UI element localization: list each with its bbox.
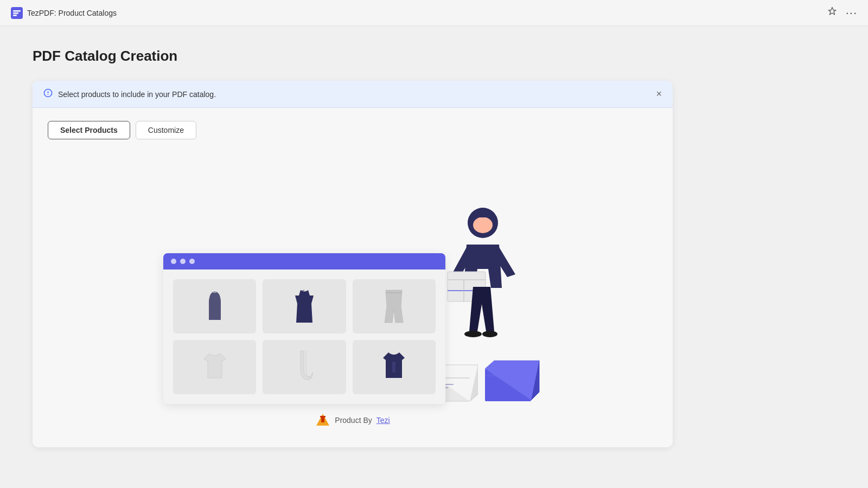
info-banner-text: Select products to include in your PDF c…	[58, 90, 216, 99]
footer-prefix-text: Product By	[335, 416, 372, 425]
browser-dot-1	[171, 259, 176, 264]
browser-bar	[163, 253, 445, 269]
info-icon	[43, 88, 53, 100]
info-banner: Select products to include in your PDF c…	[33, 81, 673, 108]
svg-point-16	[482, 331, 497, 337]
browser-mockup	[163, 253, 445, 404]
pin-icon[interactable]	[827, 7, 837, 19]
svg-rect-28	[320, 416, 326, 418]
product-grid	[173, 279, 436, 394]
footer-brand-link[interactable]: Tezi	[376, 416, 390, 425]
page-title: PDF Catalog Creation	[33, 48, 835, 65]
footer-brand: Product By Tezi	[48, 413, 658, 428]
character-illustration	[434, 201, 532, 371]
main-card: Select products to include in your PDF c…	[33, 81, 673, 447]
topbar-right: ···	[827, 6, 857, 20]
topbar-left: TezPDF: Product Catalogs	[11, 7, 117, 19]
product-cell-2	[263, 279, 346, 333]
svg-rect-8	[392, 362, 395, 373]
svg-point-15	[464, 331, 482, 337]
tabs-container: Select Products Customize	[48, 121, 658, 139]
svg-rect-2	[13, 12, 18, 14]
tab-select-products[interactable]: Select Products	[48, 121, 130, 139]
product-cell-5	[263, 340, 346, 394]
product-cell-1	[173, 279, 256, 333]
browser-content	[163, 269, 445, 404]
app-logo-icon	[11, 7, 23, 19]
browser-dot-3	[189, 259, 195, 264]
tezi-logo-icon	[315, 413, 330, 428]
topbar: TezPDF: Product Catalogs ···	[0, 0, 868, 26]
svg-rect-27	[321, 417, 324, 422]
info-banner-left: Select products to include in your PDF c…	[43, 88, 216, 100]
browser-dot-2	[180, 259, 186, 264]
svg-rect-3	[13, 15, 17, 16]
close-banner-button[interactable]: ×	[656, 88, 662, 100]
topbar-title: TezPDF: Product Catalogs	[27, 9, 117, 17]
tab-customize[interactable]: Customize	[136, 121, 196, 139]
svg-rect-1	[13, 10, 21, 12]
svg-point-10	[473, 217, 493, 233]
page-content: PDF Catalog Creation Select products to …	[0, 26, 868, 469]
illustration-area	[48, 155, 658, 404]
product-cell-3	[353, 279, 436, 333]
product-cell-4	[173, 340, 256, 394]
more-options-icon[interactable]: ···	[846, 6, 857, 20]
product-cell-6	[353, 340, 436, 394]
card-body: Select Products Customize	[33, 108, 673, 447]
